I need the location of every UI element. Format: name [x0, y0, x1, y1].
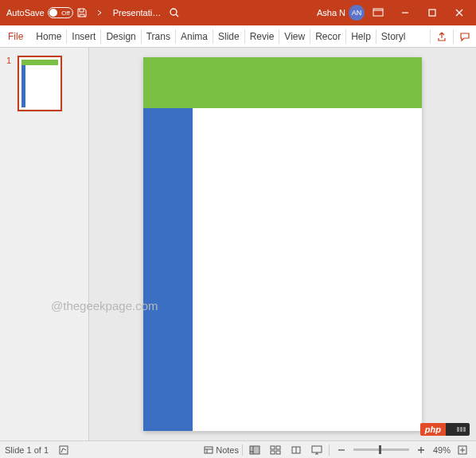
slide-canvas-area — [89, 48, 476, 441]
zoom-slider-thumb[interactable] — [379, 445, 381, 454]
comments-icon[interactable] — [454, 27, 476, 46]
thumbnail-pane: 1 — [0, 48, 89, 441]
thumbnail-slide[interactable] — [18, 56, 62, 111]
svg-rect-1 — [373, 9, 383, 16]
ribbon-display-icon[interactable] — [365, 0, 392, 25]
autosave-toggle[interactable]: Off — [48, 7, 73, 18]
notes-label: Notes — [216, 445, 239, 455]
notes-icon[interactable]: Notes — [204, 443, 239, 457]
tab-animations[interactable]: Anima — [176, 25, 213, 47]
overflow-icon[interactable] — [91, 4, 108, 21]
share-icon[interactable] — [431, 27, 453, 46]
tab-slideshow[interactable]: Slide — [213, 25, 244, 47]
zoom-out-button[interactable] — [333, 443, 350, 457]
slideshow-button[interactable] — [308, 443, 326, 457]
account-button[interactable]: Asha N AN — [317, 5, 365, 21]
reading-view-button[interactable] — [287, 443, 305, 457]
sorter-view-button[interactable] — [267, 443, 284, 457]
tab-help[interactable]: Help — [346, 25, 376, 47]
title-bar: AutoSave Off Presentati… Asha N AN — [0, 0, 476, 25]
svg-rect-11 — [312, 446, 322, 452]
fit-to-window-button[interactable] — [454, 443, 471, 457]
tab-insert[interactable]: Insert — [67, 25, 100, 47]
svg-rect-8 — [271, 451, 275, 454]
tab-design[interactable]: Design — [101, 25, 140, 47]
slide-header-shape — [143, 57, 422, 108]
svg-rect-5 — [250, 446, 259, 454]
account-name: Asha N — [317, 8, 345, 17]
normal-view-button[interactable] — [246, 443, 263, 457]
svg-rect-7 — [276, 446, 280, 449]
slide-counter: Slide 1 of 1 — [5, 445, 49, 455]
status-bar: Slide 1 of 1 Notes 49% — [0, 441, 476, 458]
workspace: 1 @thegeekpage.com — [0, 48, 476, 441]
tab-file[interactable]: File — [0, 25, 31, 47]
avatar: AN — [349, 5, 365, 21]
autosave-state: Off — [61, 10, 70, 17]
close-button[interactable] — [446, 0, 473, 25]
slide[interactable] — [143, 57, 422, 431]
tab-review[interactable]: Revie — [245, 25, 279, 47]
autosave-control[interactable]: AutoSave Off — [6, 7, 73, 18]
svg-point-0 — [170, 9, 177, 15]
tab-view[interactable]: View — [279, 25, 310, 47]
svg-rect-9 — [276, 451, 280, 454]
tab-home[interactable]: Home — [31, 25, 66, 47]
php-badge-label: php — [420, 423, 446, 436]
svg-rect-2 — [429, 10, 435, 16]
thumbnail-number: 1 — [6, 56, 14, 65]
svg-rect-3 — [60, 446, 68, 454]
zoom-level[interactable]: 49% — [433, 445, 451, 455]
tab-storyline[interactable]: Storyl — [377, 25, 411, 47]
save-icon[interactable] — [73, 4, 91, 21]
thumbnail-row[interactable]: 1 — [6, 56, 82, 111]
php-badge-cn — [446, 423, 470, 436]
ribbon: File Home Insert Design Trans Anima Slid… — [0, 25, 476, 48]
php-badge: php — [420, 423, 470, 436]
document-title: Presentati… — [113, 8, 162, 17]
tab-transitions[interactable]: Trans — [142, 25, 175, 47]
search-icon[interactable] — [166, 4, 183, 21]
tab-recording[interactable]: Recor — [310, 25, 345, 47]
autosave-label: AutoSave — [6, 8, 45, 17]
svg-rect-4 — [205, 447, 213, 453]
zoom-in-button[interactable] — [412, 443, 430, 457]
accessibility-icon[interactable] — [57, 443, 71, 457]
svg-rect-6 — [271, 446, 275, 449]
slide-sidebar-shape — [143, 108, 193, 431]
zoom-slider[interactable] — [353, 448, 409, 451]
maximize-button[interactable] — [419, 0, 446, 25]
minimize-button[interactable] — [392, 0, 419, 25]
